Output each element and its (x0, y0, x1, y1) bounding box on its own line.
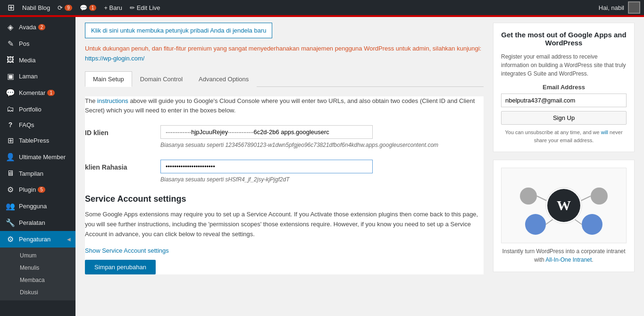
sidebar-item-tablepress[interactable]: ⊞ TablePress (0, 132, 75, 149)
plugin-badge: 5 (38, 187, 45, 193)
sidebar-item-komentar[interactable]: 💬 Komentar 1 (0, 85, 75, 101)
service-account-title: Service Account settings (85, 194, 484, 204)
top-link-text: Klik di sini untuk membuka petunjuk prib… (91, 27, 266, 34)
notice-url-link[interactable]: https://wp-glogin.com/ (85, 55, 144, 62)
sidebar-item-label: FAQs (19, 121, 34, 128)
client-id-field: Biasanya sesuatu seperti 1234567890123-w… (160, 125, 484, 148)
portfolio-icon: 🗂 (6, 105, 15, 113)
plugin-icon: ⚙ (6, 185, 15, 194)
right-sidebar: Get the most out of Google Apps and Word… (493, 23, 635, 280)
client-id-row: ID klien Biasanya sesuatu seperti 123456… (85, 125, 484, 148)
sidebar-item-pengaturan[interactable]: ⚙ Pengaturan ◀ (0, 231, 75, 248)
instructions-link[interactable]: instructions (97, 97, 128, 104)
edit-live-button[interactable]: ✏ Edit Live (126, 0, 164, 15)
sidebar-item-portfolio[interactable]: 🗂 Portfolio (0, 101, 75, 117)
sidebar-item-tampilan[interactable]: 🖥 Tampilan (0, 165, 75, 181)
service-account-section: Service Account settings Some Google App… (85, 194, 484, 254)
email-signup-widget: Get the most out of Google Apps and Word… (493, 23, 635, 152)
client-secret-hint: Biasanya sesuatu seperti sHSfR4_jf_2jsy-… (160, 176, 484, 183)
client-id-label: ID klien (85, 125, 160, 137)
sidebar: ◈ Avada 2 ✎ Pos 🖼 Media ▣ Laman 💬 Koment… (0, 15, 75, 316)
submenu-menulis[interactable]: Menulis (0, 262, 75, 274)
updates-icon: ⟳ (58, 4, 63, 11)
email-input[interactable] (501, 94, 627, 107)
sidebar-item-laman[interactable]: ▣ Laman (0, 68, 75, 85)
sidebar-item-avada[interactable]: ◈ Avada 2 (0, 19, 75, 35)
show-service-account-link[interactable]: Show Service Account settings (85, 247, 169, 254)
email-label: Email Address (501, 84, 627, 91)
tablepress-icon: ⊞ (6, 136, 15, 145)
instructions-text: The instructions above will guide you to… (85, 96, 484, 116)
sidebar-item-label: Plugin (19, 186, 36, 193)
comments-button[interactable]: 💬 1 (76, 0, 100, 15)
sidebar-item-label: Komentar (19, 89, 45, 96)
main-content-area: Klik di sini untuk membuka petunjuk prib… (75, 15, 644, 316)
tab-content: The instructions above will guide you to… (85, 96, 484, 274)
site-name-button[interactable]: Nabil Blog (18, 0, 54, 15)
sidebar-item-peralatan[interactable]: 🔧 Peralatan (0, 214, 75, 231)
client-secret-label: klien Rahasia (85, 160, 160, 171)
pengaturan-submenu: Umum Menulis Membaca Diskusi (0, 248, 75, 300)
submenu-membaca[interactable]: Membaca (0, 274, 75, 286)
client-id-input[interactable] (160, 125, 373, 139)
site-name-label: Nabil Blog (22, 4, 50, 11)
tampilan-icon: 🖥 (6, 169, 15, 178)
laman-icon: ▣ (6, 72, 15, 81)
faqs-icon: ? (6, 121, 15, 128)
signup-button[interactable]: Sign Up (501, 111, 627, 125)
svg-point-2 (525, 214, 546, 235)
sidebar-item-plugin[interactable]: ⚙ Plugin 5 (0, 181, 75, 198)
sidebar-item-ultimate-member[interactable]: 👤 Ultimate Member (0, 149, 75, 165)
avada-badge: 2 (38, 24, 46, 30)
tab-main-setup[interactable]: Main Setup (85, 71, 132, 87)
svg-text:W: W (557, 197, 571, 213)
sidebar-item-label: Tampilan (19, 170, 43, 177)
sidebar-item-label: Pos (19, 40, 29, 47)
sidebar-item-media[interactable]: 🖼 Media (0, 52, 75, 68)
sidebar-item-label: Laman (19, 73, 38, 80)
sidebar-item-faqs[interactable]: ? FAQs (0, 117, 75, 132)
sidebar-item-label: Media (19, 57, 35, 64)
intranet-caption: Instantly turn WordPress into a corporat… (501, 247, 627, 264)
new-content-button[interactable]: + Baru (100, 0, 126, 15)
will-link[interactable]: will (601, 129, 608, 135)
komentar-badge: 1 (47, 90, 55, 96)
widget-title: Get the most out of Google Apps and Word… (501, 31, 627, 47)
sidebar-item-pos[interactable]: ✎ Pos (0, 35, 75, 52)
widget-fine-print: You can unsubscribe at any time, and we … (501, 128, 627, 144)
ultimate-member-icon: 👤 (6, 153, 15, 162)
updates-button[interactable]: ⟳ 9 (54, 0, 76, 15)
peralatan-icon: 🔧 (6, 218, 15, 227)
red-accent-bar (0, 15, 644, 17)
comments-badge: 1 (89, 5, 97, 11)
svg-point-0 (520, 188, 537, 205)
avada-icon: ◈ (6, 23, 15, 32)
edit-live-label: ✏ Edit Live (130, 4, 160, 11)
save-button[interactable]: Simpan perubahan (85, 260, 156, 274)
pengaturan-icon: ⚙ (6, 235, 15, 244)
widget-desc: Register your email address to receive i… (501, 52, 627, 78)
sidebar-item-pengguna[interactable]: 👥 Pengguna (0, 198, 75, 214)
intranet-link[interactable]: All-In-One Intranet (545, 256, 592, 263)
submenu-diskusi[interactable]: Diskusi (0, 286, 75, 299)
client-secret-row: klien Rahasia Biasanya sesuatu seperti s… (85, 160, 484, 183)
client-secret-input[interactable] (160, 160, 373, 173)
submenu-umum[interactable]: Umum (0, 249, 75, 262)
sidebar-item-label: Ultimate Member (19, 154, 66, 161)
sidebar-item-label: Pengguna (19, 203, 47, 210)
tab-domain-control[interactable]: Domain Control (132, 71, 191, 87)
pengguna-icon: 👥 (6, 202, 15, 211)
new-label: + Baru (104, 4, 122, 11)
sidebar-item-label: Pengaturan (19, 236, 50, 243)
komentar-icon: 💬 (6, 88, 15, 97)
svg-point-3 (582, 214, 602, 235)
comments-icon: 💬 (80, 4, 87, 11)
tab-advanced-options[interactable]: Advanced Options (191, 71, 257, 87)
notice-text: Untuk dukungan penuh, dan fitur-fitur pr… (85, 44, 484, 64)
wp-logo-button[interactable]: ⊞ (4, 0, 18, 15)
avatar[interactable] (628, 1, 640, 14)
top-link-box[interactable]: Klik di sini untuk membuka petunjuk prib… (85, 23, 272, 38)
sidebar-item-label: Portfolio (19, 106, 42, 113)
media-icon: 🖼 (6, 56, 15, 64)
arrow-icon: ◀ (62, 231, 75, 248)
